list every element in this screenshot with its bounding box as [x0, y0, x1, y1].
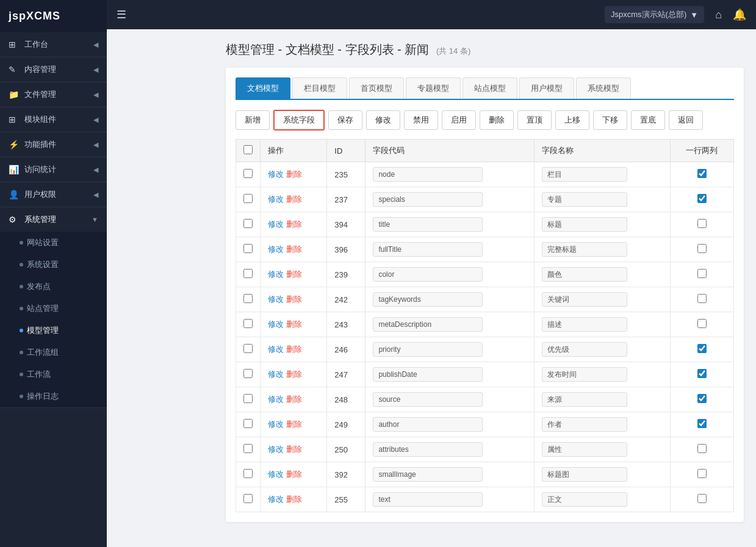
twocol-checkbox-13[interactable] — [697, 494, 707, 503]
field-name-input-4[interactable] — [542, 267, 627, 282]
btn-enable[interactable]: 启用 — [442, 110, 476, 130]
row-checkbox-5[interactable] — [243, 294, 253, 303]
field-name-input-8[interactable] — [542, 367, 627, 382]
model-tab-system[interactable]: 系统模型 — [576, 77, 631, 99]
sidebar-item-workflow[interactable]: 工作流 — [0, 363, 107, 385]
btn-edit[interactable]: 修改 — [366, 110, 400, 130]
field-name-input-9[interactable] — [542, 392, 627, 407]
row-checkbox-8[interactable] — [243, 369, 253, 378]
field-name-input-0[interactable] — [542, 167, 627, 182]
edit-link-7[interactable]: 修改 — [268, 345, 284, 354]
delete-link-0[interactable]: 删除 — [286, 170, 302, 179]
twocol-checkbox-4[interactable] — [697, 269, 707, 278]
row-checkbox-2[interactable] — [243, 219, 253, 228]
field-name-input-7[interactable] — [542, 342, 627, 357]
home-icon[interactable]: ⌂ — [715, 9, 722, 21]
twocol-checkbox-10[interactable] — [697, 419, 707, 428]
btn-disable[interactable]: 禁用 — [404, 110, 438, 130]
field-code-input-6[interactable] — [373, 317, 483, 332]
field-code-input-13[interactable] — [373, 492, 483, 507]
field-name-input-6[interactable] — [542, 317, 627, 332]
sidebar-item-operation-log[interactable]: 操作日志 — [0, 385, 107, 407]
delete-link-7[interactable]: 删除 — [286, 345, 302, 354]
delete-link-2[interactable]: 删除 — [286, 220, 302, 229]
field-code-input-10[interactable] — [373, 417, 483, 432]
site-selector[interactable]: Jspxcms演示站(总部) ▼ — [605, 6, 704, 23]
field-name-input-2[interactable] — [542, 217, 627, 232]
delete-link-9[interactable]: 删除 — [286, 395, 302, 404]
delete-link-5[interactable]: 删除 — [286, 295, 302, 304]
twocol-checkbox-3[interactable] — [697, 244, 707, 253]
row-checkbox-1[interactable] — [243, 194, 253, 203]
sidebar-group-header-workbench[interactable]: ⊞工作台◀ — [0, 32, 107, 57]
field-code-input-9[interactable] — [373, 392, 483, 407]
model-tab-site[interactable]: 站点模型 — [463, 77, 517, 99]
edit-link-0[interactable]: 修改 — [268, 170, 284, 179]
field-code-input-7[interactable] — [373, 342, 483, 357]
edit-link-2[interactable]: 修改 — [268, 220, 284, 229]
field-code-input-4[interactable] — [373, 267, 483, 282]
btn-save[interactable]: 保存 — [328, 110, 362, 130]
sidebar-item-system-settings[interactable]: 系统设置 — [0, 254, 107, 276]
delete-link-8[interactable]: 删除 — [286, 370, 302, 379]
edit-link-11[interactable]: 修改 — [268, 445, 284, 454]
field-code-input-3[interactable] — [373, 242, 483, 257]
field-name-input-5[interactable] — [542, 292, 627, 307]
model-tab-user[interactable]: 用户模型 — [519, 77, 574, 99]
bell-icon[interactable]: 🔔 — [733, 8, 746, 21]
twocol-checkbox-9[interactable] — [697, 394, 707, 403]
sidebar-group-header-plugins[interactable]: ⚡功能插件◀ — [0, 132, 107, 157]
field-name-input-11[interactable] — [542, 442, 627, 457]
edit-link-6[interactable]: 修改 — [268, 320, 284, 329]
field-name-input-13[interactable] — [542, 492, 627, 507]
delete-link-3[interactable]: 删除 — [286, 245, 302, 254]
sidebar-item-model-management[interactable]: 模型管理 — [0, 320, 107, 341]
field-code-input-1[interactable] — [373, 192, 483, 207]
field-name-input-1[interactable] — [542, 192, 627, 207]
row-checkbox-7[interactable] — [243, 344, 253, 353]
edit-link-9[interactable]: 修改 — [268, 395, 284, 404]
field-name-input-10[interactable] — [542, 417, 627, 432]
model-tab-doc[interactable]: 文档模型 — [236, 77, 290, 99]
btn-system-field[interactable]: 系统字段 — [273, 110, 325, 130]
delete-link-1[interactable]: 删除 — [286, 195, 302, 204]
model-tab-special[interactable]: 专题模型 — [406, 77, 461, 99]
menu-toggle-icon[interactable]: ☰ — [117, 8, 126, 21]
edit-link-1[interactable]: 修改 — [268, 195, 284, 204]
delete-link-4[interactable]: 删除 — [286, 270, 302, 279]
edit-link-13[interactable]: 修改 — [268, 495, 284, 504]
field-code-input-8[interactable] — [373, 367, 483, 382]
row-checkbox-3[interactable] — [243, 244, 253, 253]
edit-link-12[interactable]: 修改 — [268, 470, 284, 479]
sidebar-group-header-system[interactable]: ⚙系统管理▼ — [0, 207, 107, 232]
twocol-checkbox-6[interactable] — [697, 319, 707, 328]
delete-link-10[interactable]: 删除 — [286, 420, 302, 429]
row-checkbox-10[interactable] — [243, 419, 253, 428]
sidebar-group-header-files[interactable]: 📁文件管理◀ — [0, 82, 107, 107]
twocol-checkbox-1[interactable] — [697, 194, 707, 203]
btn-bottom[interactable]: 置底 — [631, 110, 665, 130]
twocol-checkbox-8[interactable] — [697, 369, 707, 378]
twocol-checkbox-2[interactable] — [697, 219, 707, 228]
sidebar-group-header-stats[interactable]: 📊访问统计◀ — [0, 157, 107, 182]
row-checkbox-13[interactable] — [243, 494, 253, 503]
delete-link-6[interactable]: 删除 — [286, 320, 302, 329]
field-name-input-3[interactable] — [542, 242, 627, 257]
btn-top[interactable]: 置顶 — [517, 110, 552, 130]
sidebar-item-publish-point[interactable]: 发布点 — [0, 276, 107, 298]
btn-move-down[interactable]: 下移 — [593, 110, 627, 130]
sidebar-group-header-modules[interactable]: ⊞模块组件◀ — [0, 107, 107, 132]
field-code-input-5[interactable] — [373, 292, 483, 307]
row-checkbox-4[interactable] — [243, 269, 253, 278]
field-name-input-12[interactable] — [542, 467, 627, 482]
sidebar-group-header-users[interactable]: 👤用户权限◀ — [0, 182, 107, 207]
twocol-checkbox-11[interactable] — [697, 444, 707, 453]
sidebar-item-site-settings[interactable]: 网站设置 — [0, 232, 107, 254]
field-code-input-2[interactable] — [373, 217, 483, 232]
btn-move-up[interactable]: 上移 — [555, 110, 589, 130]
edit-link-10[interactable]: 修改 — [268, 420, 284, 429]
model-tab-column[interactable]: 栏目模型 — [292, 77, 347, 99]
row-checkbox-9[interactable] — [243, 394, 253, 403]
twocol-checkbox-7[interactable] — [697, 344, 707, 353]
edit-link-8[interactable]: 修改 — [268, 370, 284, 379]
